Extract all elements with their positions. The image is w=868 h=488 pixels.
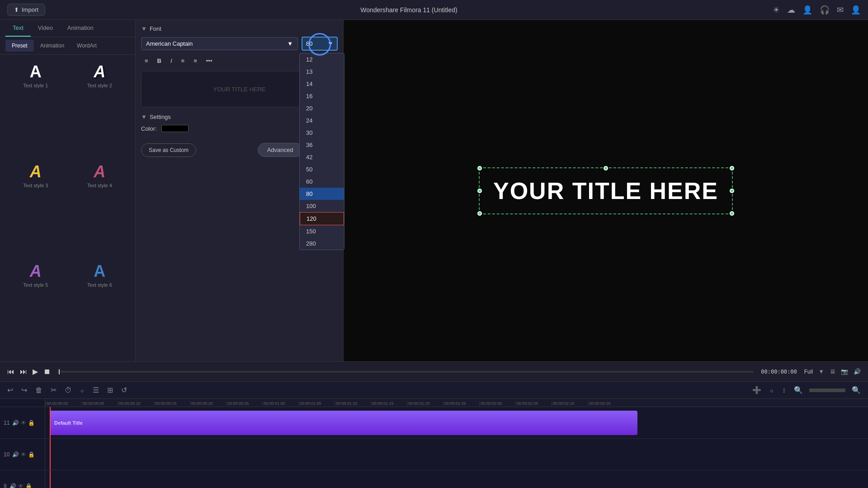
chevron-down-icon: ▼ [141,114,147,120]
track-number: 9 [4,483,7,488]
text-style-label: Text style 1 [23,83,48,88]
handle-top-center[interactable] [604,166,608,171]
font-size-option[interactable]: 12 [300,53,344,66]
font-size-option-120[interactable]: 120 [300,212,344,225]
subtab-preset[interactable]: Preset [5,40,34,52]
settings-label: Settings [150,114,171,120]
delete-tool[interactable]: 🗑 [33,384,44,396]
handle-top-right[interactable] [730,166,734,171]
font-size-option[interactable]: 14 [300,78,344,90]
grid-tool[interactable]: ⊞ [105,384,115,396]
chevron-down-icon[interactable]: ▼ [818,368,824,375]
resize-tool[interactable]: ↕ [780,384,788,396]
font-size-option[interactable]: 50 [300,163,344,175]
rewind-button[interactable]: ⏮ [7,368,14,376]
add-track-tool[interactable]: ➕ [750,384,763,396]
handle-middle-right[interactable] [730,189,734,193]
font-size-option-80[interactable]: 80 [300,188,344,200]
font-size-option[interactable]: 100 [300,200,344,212]
zoom-in-tool[interactable]: 🔍 [850,384,863,396]
playhead [50,407,51,438]
list-tool[interactable]: ☰ [91,384,101,396]
save-as-custom-button[interactable]: Save as Custom [141,143,196,157]
font-size-selector[interactable]: 80 ▼ [302,37,338,51]
font-size-option[interactable]: 280 [300,237,344,250]
stop-button[interactable]: ⏹ [43,368,51,376]
text-style-item[interactable]: A Text style 3 [4,158,68,258]
email-icon[interactable]: ✉ [837,5,844,15]
font-size-option[interactable]: 30 [300,127,344,139]
font-size-option[interactable]: 24 [300,114,344,127]
screen-icon[interactable]: 🖥 [830,368,835,375]
refresh-tool[interactable]: ↺ [119,384,129,396]
align-center-button[interactable]: ≡ [178,55,189,66]
font-size-option[interactable]: 13 [300,66,344,78]
title-text-container[interactable]: YOUR TITLE HERE [479,167,733,214]
undo-tool[interactable]: ↩ [5,384,15,396]
text-style-item[interactable]: A Text style 5 [4,258,68,358]
align-right-button[interactable]: ≡ [190,55,201,66]
handle-top-left[interactable] [477,166,482,171]
text-style-item[interactable]: A Text style 1 [4,58,68,158]
color-swatch[interactable] [161,125,189,132]
font-size-option[interactable]: 20 [300,102,344,114]
text-style-item[interactable]: A Text style 2 [68,58,132,158]
font-section: ▼ Font American Captain ▼ 80 ▼ 12 13 [141,25,338,107]
text-style-item[interactable]: A Text style 4 [68,158,132,258]
tab-animation[interactable]: Animation [60,20,101,37]
headset-icon[interactable]: 🎧 [820,5,830,15]
lock-icon[interactable]: 🔒 [28,451,35,458]
font-size-option[interactable]: 60 [300,175,344,188]
tab-text[interactable]: Text [5,20,31,37]
tab-video[interactable]: Video [31,20,60,37]
split2-tool[interactable]: ⬦ [768,384,776,396]
lock-icon[interactable]: 🔒 [25,483,32,488]
speaker-icon[interactable]: 🔊 [9,483,16,488]
align-left-button[interactable]: ≡ [141,55,152,66]
text-style-item[interactable]: A Text style 6 [68,258,132,358]
subtab-animation[interactable]: Animation [34,40,71,52]
timeline-clip[interactable]: Default Title [50,411,637,435]
font-size-option[interactable]: 36 [300,139,344,151]
sun-icon[interactable]: ☀ [773,5,780,15]
font-size-option[interactable]: 42 [300,151,344,163]
eye-icon[interactable]: 👁 [18,483,24,488]
zoom-slider[interactable] [809,389,845,392]
playback-bar: ⏮ ⏭ ▶ ⏹ 00:00:00:00 Full ▼ 🖥 📷 🔊 [0,361,868,381]
subtab-wordart[interactable]: WordArt [71,40,103,52]
speaker-icon[interactable]: 🔊 [12,451,19,458]
font-size-dropdown: 12 13 14 16 20 24 30 36 42 50 60 80 100 … [299,53,344,250]
user-icon[interactable]: 👤 [802,5,812,15]
account-icon[interactable]: 👤 [851,5,861,15]
font-size-option[interactable]: 150 [300,225,344,237]
handle-bottom-left[interactable] [477,211,482,216]
track-label-11: 11 🔊 👁 🔒 [0,407,45,439]
eye-icon[interactable]: 👁 [21,420,26,426]
handle-bottom-right[interactable] [730,211,734,216]
chevron-down-icon: ▼ [141,25,147,32]
lock-icon[interactable]: 🔒 [28,420,35,426]
zoom-out-tool[interactable]: 🔍 [792,384,805,396]
bold-button[interactable]: B [154,55,165,66]
more-button[interactable]: ••• [203,55,216,66]
split-tool[interactable]: ⬦ [78,384,86,396]
speaker-icon[interactable]: 🔊 [854,368,861,375]
italic-button[interactable]: I [167,55,176,66]
redo-tool[interactable]: ↪ [19,384,29,396]
cloud-icon[interactable]: ☁ [787,5,795,15]
font-selector[interactable]: American Captain ▼ [141,37,298,50]
handle-middle-left[interactable] [477,189,482,193]
advanced-button[interactable]: Advanced [258,143,303,157]
eye-icon[interactable]: 👁 [21,451,26,458]
camera-icon[interactable]: 📷 [841,368,848,375]
playback-timeline[interactable] [58,371,754,373]
cut-tool[interactable]: ✂ [49,384,58,396]
play-button[interactable]: ▶ [33,367,38,376]
step-back-button[interactable]: ⏭ [20,368,27,376]
font-size-option[interactable]: 16 [300,90,344,102]
speaker-icon[interactable]: 🔊 [12,420,19,426]
track-icons: 🔊 👁 🔒 [9,483,32,488]
history-tool[interactable]: ⏱ [63,384,74,396]
playback-progress [59,369,60,374]
import-button[interactable]: ⬆ Import [7,4,45,16]
